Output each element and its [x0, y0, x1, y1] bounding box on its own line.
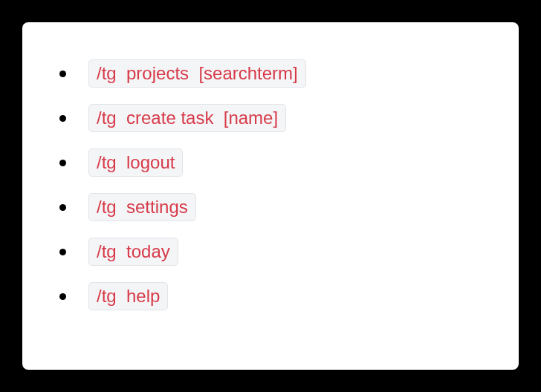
- list-item: /tg projects [searchterm]: [59, 59, 489, 88]
- command-code: /tg settings: [88, 193, 196, 221]
- command-code: /tg logout: [88, 148, 183, 177]
- bullet-icon: [59, 160, 66, 166]
- list-item: /tg create task [name]: [59, 104, 489, 132]
- bullet-icon: [59, 204, 66, 211]
- command-code: /tg create task [name]: [88, 104, 286, 132]
- list-item: /tg settings: [59, 193, 489, 221]
- bullet-icon: [59, 115, 66, 122]
- bullet-icon: [59, 293, 66, 300]
- list-item: /tg logout: [59, 148, 489, 177]
- command-code: /tg today: [88, 238, 178, 266]
- command-list: /tg projects [searchterm] /tg create tas…: [59, 59, 489, 310]
- command-code: /tg projects [searchterm]: [88, 59, 306, 88]
- list-item: /tg today: [59, 238, 489, 266]
- bullet-icon: [59, 71, 66, 77]
- command-list-card: /tg projects [searchterm] /tg create tas…: [22, 22, 519, 370]
- bullet-icon: [59, 249, 66, 255]
- list-item: /tg help: [59, 282, 489, 310]
- command-code: /tg help: [88, 282, 168, 310]
